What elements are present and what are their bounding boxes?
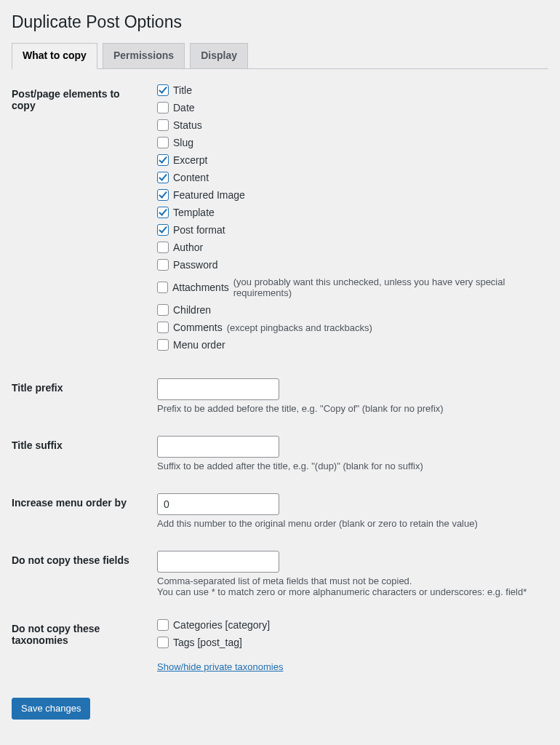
checkbox-label: Comments: [173, 322, 223, 333]
checkbox-label: Template: [173, 207, 215, 218]
checkbox-attachments[interactable]: [157, 282, 168, 293]
checkbox-label: Password: [173, 259, 217, 271]
elements-cell: Title Date Status Slug Excerpt Content F…: [150, 73, 548, 367]
checkbox-hint: (except pingbacks and trackbacks): [227, 322, 372, 333]
checkbox-tax-categories[interactable]: [157, 619, 169, 631]
checkbox-featured-image[interactable]: [157, 189, 169, 201]
no-copy-fields-input[interactable]: [157, 551, 279, 573]
page-title: Duplicate Post Options: [12, 6, 548, 36]
checkbox-author[interactable]: [157, 242, 169, 253]
checkbox-template[interactable]: [157, 207, 169, 218]
checkbox-date[interactable]: [157, 102, 169, 113]
checkbox-title[interactable]: [157, 84, 169, 96]
checkbox-tax-tags[interactable]: [157, 637, 169, 648]
no-copy-fields-label: Do not copy these fields: [12, 540, 150, 608]
tab-display[interactable]: Display: [190, 43, 248, 68]
checkbox-label: Attachments: [172, 282, 229, 293]
no-copy-fields-hint1: Comma-separated list of meta fields that…: [157, 575, 541, 586]
title-suffix-label: Title suffix: [12, 425, 150, 482]
checkbox-menu-order[interactable]: [157, 339, 169, 351]
checkbox-label: Title: [173, 84, 192, 96]
toggle-private-taxonomies-link[interactable]: Show/hide private taxonomies: [157, 661, 283, 672]
checkbox-label: Children: [173, 304, 211, 316]
checkbox-excerpt[interactable]: [157, 154, 169, 166]
checkbox-hint: (you probably want this unchecked, unles…: [233, 276, 541, 298]
checkbox-content[interactable]: [157, 172, 169, 183]
checkbox-password[interactable]: [157, 259, 169, 271]
checkbox-label: Menu order: [173, 339, 225, 351]
no-copy-fields-hint2: You can use * to match zero or more alph…: [157, 586, 541, 597]
no-copy-tax-label: Do not copy these taxonomies: [12, 608, 150, 683]
title-suffix-input[interactable]: [157, 436, 279, 458]
title-prefix-label: Title prefix: [12, 367, 150, 425]
checkbox-post-format[interactable]: [157, 224, 169, 236]
title-suffix-hint: Suffix to be added after the title, e.g.…: [157, 461, 541, 471]
checkbox-label: Featured Image: [173, 189, 245, 201]
checkbox-comments[interactable]: [157, 322, 169, 333]
tab-what-to-copy[interactable]: What to copy: [12, 43, 97, 69]
menu-order-label: Increase menu order by: [12, 482, 150, 540]
checkbox-label: Author: [173, 242, 203, 253]
tabs: What to copy Permissions Display: [12, 36, 548, 69]
checkbox-label: Excerpt: [173, 154, 207, 166]
checkbox-status[interactable]: [157, 119, 169, 131]
checkbox-label: Slug: [173, 137, 193, 148]
checkbox-label: Post format: [173, 224, 225, 236]
checkbox-label: Date: [173, 102, 195, 113]
save-button[interactable]: Save changes: [12, 698, 90, 720]
checkbox-label: Content: [173, 172, 209, 183]
checkbox-label: Status: [173, 119, 202, 131]
menu-order-hint: Add this number to the original menu ord…: [157, 518, 541, 529]
checkbox-label: Tags [post_tag]: [173, 637, 242, 648]
title-prefix-input[interactable]: [157, 378, 279, 400]
tab-permissions[interactable]: Permissions: [103, 43, 185, 68]
checkbox-label: Categories [category]: [173, 619, 270, 631]
checkbox-slug[interactable]: [157, 137, 169, 148]
menu-order-input[interactable]: [157, 493, 279, 515]
elements-row-label: Post/page elements to copy: [12, 73, 150, 367]
title-prefix-hint: Prefix to be added before the title, e.g…: [157, 403, 541, 414]
checkbox-children[interactable]: [157, 304, 169, 316]
